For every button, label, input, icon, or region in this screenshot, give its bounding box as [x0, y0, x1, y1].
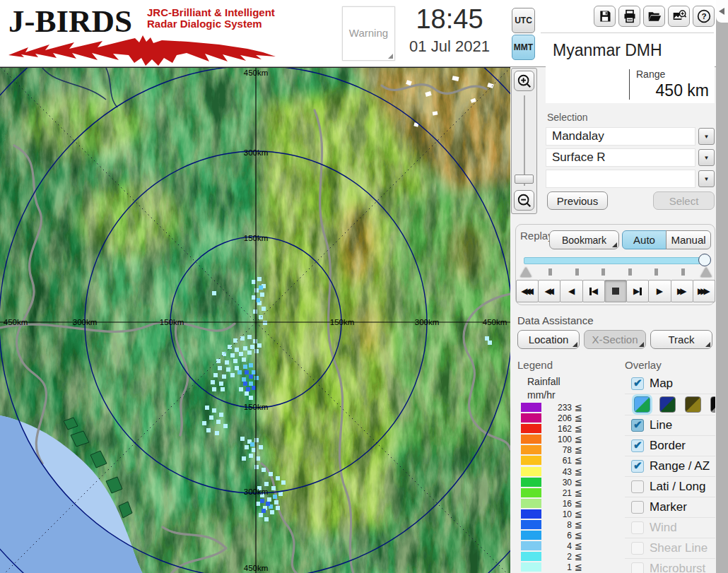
legend-value: 21 — [544, 488, 572, 498]
checkbox[interactable] — [631, 439, 644, 452]
capture-button[interactable] — [668, 6, 690, 27]
bookmark-label: Bookmark — [562, 235, 606, 246]
selection-field[interactable]: Surface R — [546, 148, 695, 167]
checkbox[interactable] — [631, 562, 644, 573]
checkbox[interactable] — [631, 521, 644, 534]
chevron-down-icon: ▼ — [704, 176, 710, 182]
slider-end-marker-icon[interactable] — [700, 267, 712, 277]
legend-row: 43≦ — [519, 466, 587, 477]
checkbox[interactable] — [631, 480, 644, 493]
overlay-item-wind: Wind — [625, 517, 715, 538]
overlay-item-label: Marker — [650, 500, 687, 514]
zoom-in-icon — [517, 73, 532, 89]
overlay-item-label: Lati / Long — [650, 480, 705, 494]
selection-field[interactable] — [546, 170, 695, 188]
overlay-item-label: Wind — [650, 521, 677, 535]
fast-forward-button[interactable]: ▶▶ — [671, 280, 693, 302]
dropdown-arrow-button[interactable]: ▼ — [698, 149, 715, 166]
capture-image-icon — [672, 9, 686, 23]
replay-slider-track[interactable] — [524, 257, 710, 264]
legend-lte-symbol: ≦ — [575, 466, 582, 477]
zoom-slider-track[interactable] — [524, 95, 525, 186]
radar-map[interactable]: 450km300km150km150km300km450km450km300km… — [0, 67, 510, 573]
warning-label: Warning — [343, 27, 394, 39]
auto-button[interactable]: Auto — [622, 230, 667, 249]
slider-start-marker-icon[interactable] — [520, 267, 532, 277]
legend-color-swatch — [521, 552, 541, 561]
overlay-item-border: Border — [625, 435, 715, 456]
zoom-out-button[interactable] — [514, 190, 534, 211]
map-style-navy-darkgreen[interactable] — [659, 396, 676, 413]
legend-row: 100≦ — [519, 434, 587, 444]
playback-controls: ◀◀◀◀◀◀◀▶▶▶▶▶▶▶ — [517, 280, 715, 302]
panel-collapse-strip[interactable] — [716, 0, 728, 573]
checkbox[interactable] — [631, 501, 644, 514]
fast-forward-triple-icon: ▶▶▶ — [698, 286, 707, 296]
print-button[interactable] — [618, 6, 640, 27]
overlay-item-label: Microburst — [650, 562, 705, 573]
range-box: Range 450 km — [546, 66, 715, 103]
play-backward-button[interactable]: ◀ — [560, 280, 582, 302]
open-folder-button[interactable] — [643, 6, 665, 27]
save-button[interactable] — [594, 6, 616, 27]
legend-value: 30 — [544, 478, 572, 488]
legend-label: Legend — [517, 359, 553, 371]
checkbox[interactable] — [631, 542, 644, 555]
play-forward-button[interactable]: ▶ — [648, 280, 671, 302]
previous-button[interactable]: Previous — [547, 191, 608, 210]
legend-row: 61≦ — [519, 455, 587, 466]
zoom-slider-handle[interactable] — [515, 175, 534, 184]
menu-corner-icon — [705, 342, 710, 347]
utc-button[interactable]: UTC — [512, 8, 535, 33]
fast-rewind-button[interactable]: ◀◀ — [538, 280, 560, 302]
warning-panel[interactable]: Warning — [342, 6, 395, 61]
zoom-in-button[interactable] — [514, 71, 534, 91]
checkbox[interactable] — [631, 377, 644, 390]
map-style-olive-khaki[interactable] — [685, 396, 701, 413]
overlay-item-label: Border — [650, 439, 686, 453]
replay-label: Replay — [520, 230, 553, 242]
help-button[interactable]: ? — [693, 6, 715, 27]
x-section-button[interactable]: X-Section — [584, 330, 646, 349]
legend-value: 61 — [544, 456, 572, 466]
replay-slider-handle[interactable] — [698, 254, 711, 266]
play-forward-icon: ▶ — [657, 286, 659, 296]
overlay-item-shear-line: Shear Line — [625, 538, 715, 558]
legend-lte-symbol: ≦ — [575, 455, 582, 466]
step-backward-button[interactable]: ◀ — [582, 280, 605, 302]
legend-value: 6 — [544, 531, 572, 540]
checkbox[interactable] — [631, 460, 644, 473]
clock-date: 01 Jul 2021 — [394, 37, 505, 56]
bookmark-button[interactable]: Bookmark — [549, 230, 619, 249]
checkbox[interactable] — [631, 419, 644, 432]
legend-color-swatch — [521, 456, 541, 465]
legend-lte-symbol: ≦ — [575, 551, 582, 562]
selection-dropdown-row: Mandalay▼ — [546, 127, 715, 146]
range-label: Range — [636, 69, 665, 80]
menu-corner-icon — [612, 242, 617, 247]
step-forward-button[interactable]: ▶ — [626, 280, 649, 302]
legend-color-swatch — [521, 413, 541, 423]
legend-scale: 233≦206≦162≦100≦78≦61≦43≦30≦21≦16≦10≦8≦6… — [519, 402, 587, 573]
stop-button[interactable] — [604, 280, 627, 302]
legend-value: 2 — [544, 552, 572, 562]
slider-tick — [681, 268, 685, 276]
dropdown-arrow-button[interactable]: ▼ — [698, 128, 715, 145]
track-button[interactable]: Track — [650, 330, 712, 349]
dropdown-arrow-button[interactable]: ▼ — [698, 170, 715, 187]
open-folder-icon — [647, 9, 662, 23]
map-style-blue-green[interactable] — [634, 396, 650, 413]
fast-forward-triple-button[interactable]: ▶▶▶ — [693, 280, 715, 302]
legend-lte-symbol: ≦ — [575, 402, 582, 413]
mmt-button[interactable]: MMT — [512, 35, 535, 60]
legend-value: 4 — [544, 541, 572, 551]
location-button[interactable]: Location — [517, 330, 580, 349]
select-button[interactable]: Select — [653, 191, 715, 210]
fast-rewind-triple-button[interactable]: ◀◀◀ — [516, 280, 539, 302]
manual-button[interactable]: Manual — [666, 230, 711, 249]
legend-value: 8 — [544, 520, 572, 530]
overlay-item-range-az: Range / AZ — [625, 456, 715, 476]
data-assistance-label: Data Assistance — [517, 314, 594, 326]
map-style-black-gray[interactable] — [710, 396, 715, 413]
selection-field[interactable]: Mandalay — [546, 127, 695, 146]
